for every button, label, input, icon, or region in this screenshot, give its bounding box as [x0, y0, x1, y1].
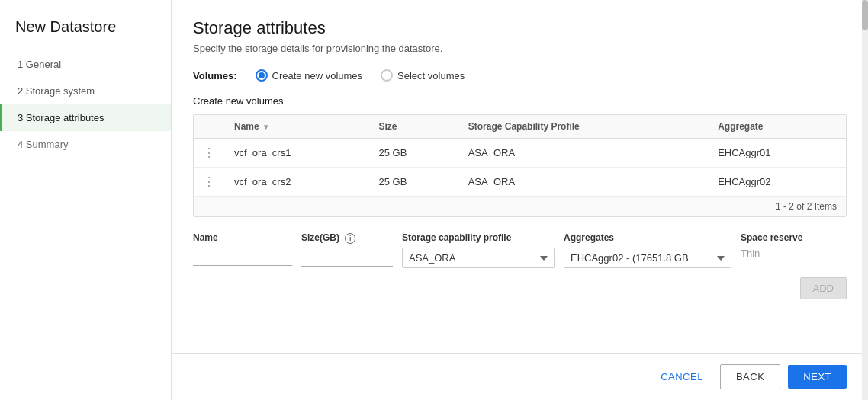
row-size: 25 GB — [370, 168, 459, 197]
page-subtitle: Specify the storage details for provisio… — [193, 43, 847, 54]
row-profile: ASA_ORA — [459, 168, 709, 197]
page-title: Storage attributes — [193, 18, 847, 38]
sidebar: New Datastore 1 General 2 Storage system… — [0, 0, 172, 400]
scrollbar-thumb[interactable] — [862, 0, 868, 30]
radio-create-new[interactable]: Create new volumes — [256, 69, 363, 82]
col-actions — [194, 115, 225, 139]
sidebar-item-label: 1 General — [18, 59, 61, 70]
radio-create-label: Create new volumes — [272, 70, 363, 82]
form-col-space-reserve: Space reserve Thin — [741, 232, 832, 259]
row-menu-icon[interactable]: ⋮ — [203, 146, 216, 159]
cancel-button[interactable]: CANCEL — [651, 365, 712, 389]
footer: CANCEL BACK NEXT — [172, 353, 868, 400]
col-size: Size — [370, 115, 459, 139]
profile-select[interactable]: ASA_ORA — [402, 248, 555, 268]
form-name-label: Name — [193, 232, 292, 243]
row-menu-icon[interactable]: ⋮ — [203, 175, 216, 188]
aggregates-select[interactable]: EHCAggr02 - (17651.8 GB — [564, 248, 731, 268]
form-size-label: Size(GB) i — [301, 232, 393, 244]
row-name: vcf_ora_crs2 — [225, 168, 370, 197]
info-icon: i — [345, 233, 355, 244]
add-button[interactable]: ADD — [800, 277, 847, 299]
radio-create-icon — [256, 69, 268, 82]
size-input[interactable] — [301, 248, 393, 267]
radio-select-volumes[interactable]: Select volumes — [381, 69, 465, 82]
volumes-table: Name ▼ Size Storage Capability Profile A… — [193, 114, 847, 217]
add-button-row: ADD — [193, 277, 847, 299]
scrollbar[interactable] — [862, 0, 868, 400]
form-col-size: Size(GB) i — [301, 232, 393, 267]
sidebar-item-label: 4 Summary — [18, 139, 68, 150]
sidebar-item-label: 2 Storage system — [18, 85, 95, 97]
row-size: 25 GB — [370, 139, 459, 168]
volumes-row: Volumes: Create new volumes Select volum… — [193, 69, 847, 82]
table-footer: 1 - 2 of 2 Items — [194, 196, 846, 216]
table-row: ⋮ vcf_ora_crs1 25 GB ASA_ORA EHCAggr01 — [194, 139, 846, 168]
form-col-name: Name — [193, 232, 292, 266]
back-button[interactable]: BACK — [720, 364, 780, 389]
main-content: Storage attributes Specify the storage d… — [172, 0, 868, 353]
sidebar-item-summary[interactable]: 4 Summary — [0, 131, 171, 158]
form-profile-label: Storage capability profile — [402, 232, 555, 243]
main-panel: Storage attributes Specify the storage d… — [172, 0, 868, 400]
form-row: Name Size(GB) i Storage capability profi… — [193, 232, 847, 268]
sidebar-item-label: 3 Storage attributes — [18, 112, 104, 123]
row-aggregate: EHCAggr02 — [709, 168, 846, 197]
form-aggregates-label: Aggregates — [564, 232, 731, 243]
form-col-aggregates: Aggregates EHCAggr02 - (17651.8 GB — [564, 232, 731, 268]
row-aggregate: EHCAggr01 — [709, 139, 846, 168]
space-reserve-value: Thin — [741, 243, 760, 259]
col-name: Name ▼ — [225, 115, 370, 139]
col-profile: Storage Capability Profile — [459, 115, 709, 139]
row-profile: ASA_ORA — [459, 139, 709, 168]
radio-select-icon — [381, 69, 393, 82]
radio-select-label: Select volumes — [397, 70, 465, 82]
row-name: vcf_ora_crs1 — [225, 139, 370, 168]
app-title: New Datastore — [0, 0, 171, 51]
name-input[interactable] — [193, 248, 292, 266]
form-space-reserve-label: Space reserve — [741, 232, 832, 243]
col-aggregate: Aggregate — [709, 115, 846, 139]
next-button[interactable]: NEXT — [788, 365, 847, 389]
sidebar-item-general[interactable]: 1 General — [0, 51, 171, 78]
sort-icon: ▼ — [262, 123, 270, 131]
section-label: Create new volumes — [193, 95, 847, 107]
volumes-label: Volumes: — [193, 70, 237, 82]
sidebar-item-storage-attributes[interactable]: 3 Storage attributes — [0, 104, 171, 131]
form-col-profile: Storage capability profile ASA_ORA — [402, 232, 555, 268]
table-row: ⋮ vcf_ora_crs2 25 GB ASA_ORA EHCAggr02 — [194, 168, 846, 197]
sidebar-item-storage-system[interactable]: 2 Storage system — [0, 78, 171, 104]
